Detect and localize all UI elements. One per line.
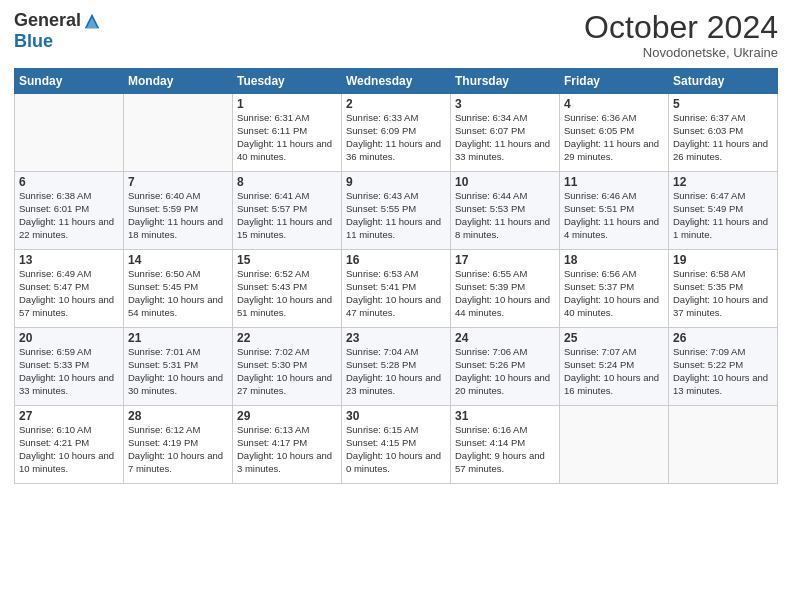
day-number: 11 [564, 175, 664, 189]
day-info: Sunrise: 6:59 AM Sunset: 5:33 PM Dayligh… [19, 346, 119, 397]
calendar-cell: 2Sunrise: 6:33 AM Sunset: 6:09 PM Daylig… [342, 94, 451, 172]
day-info: Sunrise: 7:09 AM Sunset: 5:22 PM Dayligh… [673, 346, 773, 397]
day-number: 22 [237, 331, 337, 345]
day-info: Sunrise: 6:56 AM Sunset: 5:37 PM Dayligh… [564, 268, 664, 319]
day-number: 19 [673, 253, 773, 267]
calendar-cell: 9Sunrise: 6:43 AM Sunset: 5:55 PM Daylig… [342, 172, 451, 250]
day-info: Sunrise: 7:07 AM Sunset: 5:24 PM Dayligh… [564, 346, 664, 397]
day-number: 21 [128, 331, 228, 345]
calendar-cell: 28Sunrise: 6:12 AM Sunset: 4:19 PM Dayli… [124, 406, 233, 484]
calendar-cell [15, 94, 124, 172]
day-info: Sunrise: 6:13 AM Sunset: 4:17 PM Dayligh… [237, 424, 337, 475]
calendar-cell: 11Sunrise: 6:46 AM Sunset: 5:51 PM Dayli… [560, 172, 669, 250]
calendar-cell [560, 406, 669, 484]
weekday-header-wednesday: Wednesday [342, 69, 451, 94]
day-info: Sunrise: 6:16 AM Sunset: 4:14 PM Dayligh… [455, 424, 555, 475]
day-info: Sunrise: 6:43 AM Sunset: 5:55 PM Dayligh… [346, 190, 446, 241]
calendar-cell: 17Sunrise: 6:55 AM Sunset: 5:39 PM Dayli… [451, 250, 560, 328]
calendar-cell: 30Sunrise: 6:15 AM Sunset: 4:15 PM Dayli… [342, 406, 451, 484]
weekday-header-sunday: Sunday [15, 69, 124, 94]
day-info: Sunrise: 7:01 AM Sunset: 5:31 PM Dayligh… [128, 346, 228, 397]
calendar-cell: 1Sunrise: 6:31 AM Sunset: 6:11 PM Daylig… [233, 94, 342, 172]
day-info: Sunrise: 7:02 AM Sunset: 5:30 PM Dayligh… [237, 346, 337, 397]
month-title: October 2024 [584, 10, 778, 45]
day-number: 26 [673, 331, 773, 345]
calendar-cell: 15Sunrise: 6:52 AM Sunset: 5:43 PM Dayli… [233, 250, 342, 328]
day-number: 1 [237, 97, 337, 111]
day-number: 12 [673, 175, 773, 189]
calendar-cell [669, 406, 778, 484]
weekday-header-friday: Friday [560, 69, 669, 94]
day-info: Sunrise: 6:47 AM Sunset: 5:49 PM Dayligh… [673, 190, 773, 241]
calendar-cell: 5Sunrise: 6:37 AM Sunset: 6:03 PM Daylig… [669, 94, 778, 172]
day-number: 4 [564, 97, 664, 111]
day-info: Sunrise: 6:10 AM Sunset: 4:21 PM Dayligh… [19, 424, 119, 475]
day-number: 9 [346, 175, 446, 189]
day-number: 25 [564, 331, 664, 345]
day-number: 8 [237, 175, 337, 189]
day-info: Sunrise: 6:44 AM Sunset: 5:53 PM Dayligh… [455, 190, 555, 241]
day-info: Sunrise: 6:31 AM Sunset: 6:11 PM Dayligh… [237, 112, 337, 163]
day-number: 18 [564, 253, 664, 267]
day-info: Sunrise: 6:40 AM Sunset: 5:59 PM Dayligh… [128, 190, 228, 241]
day-info: Sunrise: 6:49 AM Sunset: 5:47 PM Dayligh… [19, 268, 119, 319]
calendar-cell: 7Sunrise: 6:40 AM Sunset: 5:59 PM Daylig… [124, 172, 233, 250]
day-number: 16 [346, 253, 446, 267]
day-info: Sunrise: 6:46 AM Sunset: 5:51 PM Dayligh… [564, 190, 664, 241]
title-block: October 2024 Novodonetske, Ukraine [584, 10, 778, 60]
day-number: 20 [19, 331, 119, 345]
calendar-cell: 23Sunrise: 7:04 AM Sunset: 5:28 PM Dayli… [342, 328, 451, 406]
day-info: Sunrise: 6:50 AM Sunset: 5:45 PM Dayligh… [128, 268, 228, 319]
calendar-cell: 20Sunrise: 6:59 AM Sunset: 5:33 PM Dayli… [15, 328, 124, 406]
day-info: Sunrise: 7:04 AM Sunset: 5:28 PM Dayligh… [346, 346, 446, 397]
day-number: 5 [673, 97, 773, 111]
day-info: Sunrise: 6:58 AM Sunset: 5:35 PM Dayligh… [673, 268, 773, 319]
day-number: 3 [455, 97, 555, 111]
calendar-cell: 12Sunrise: 6:47 AM Sunset: 5:49 PM Dayli… [669, 172, 778, 250]
day-number: 15 [237, 253, 337, 267]
day-number: 10 [455, 175, 555, 189]
calendar-cell: 19Sunrise: 6:58 AM Sunset: 5:35 PM Dayli… [669, 250, 778, 328]
location: Novodonetske, Ukraine [584, 45, 778, 60]
calendar: SundayMondayTuesdayWednesdayThursdayFrid… [14, 68, 778, 484]
calendar-cell: 22Sunrise: 7:02 AM Sunset: 5:30 PM Dayli… [233, 328, 342, 406]
day-info: Sunrise: 6:33 AM Sunset: 6:09 PM Dayligh… [346, 112, 446, 163]
calendar-cell: 27Sunrise: 6:10 AM Sunset: 4:21 PM Dayli… [15, 406, 124, 484]
calendar-cell [124, 94, 233, 172]
day-number: 2 [346, 97, 446, 111]
day-number: 17 [455, 253, 555, 267]
logo: General Blue [14, 10, 101, 52]
day-info: Sunrise: 6:15 AM Sunset: 4:15 PM Dayligh… [346, 424, 446, 475]
calendar-cell: 16Sunrise: 6:53 AM Sunset: 5:41 PM Dayli… [342, 250, 451, 328]
day-info: Sunrise: 6:34 AM Sunset: 6:07 PM Dayligh… [455, 112, 555, 163]
day-number: 13 [19, 253, 119, 267]
logo-icon [83, 12, 101, 30]
weekday-header-thursday: Thursday [451, 69, 560, 94]
day-info: Sunrise: 6:36 AM Sunset: 6:05 PM Dayligh… [564, 112, 664, 163]
day-info: Sunrise: 6:55 AM Sunset: 5:39 PM Dayligh… [455, 268, 555, 319]
day-number: 24 [455, 331, 555, 345]
calendar-cell: 26Sunrise: 7:09 AM Sunset: 5:22 PM Dayli… [669, 328, 778, 406]
day-info: Sunrise: 6:41 AM Sunset: 5:57 PM Dayligh… [237, 190, 337, 241]
day-number: 6 [19, 175, 119, 189]
day-info: Sunrise: 6:12 AM Sunset: 4:19 PM Dayligh… [128, 424, 228, 475]
day-number: 30 [346, 409, 446, 423]
calendar-cell: 31Sunrise: 6:16 AM Sunset: 4:14 PM Dayli… [451, 406, 560, 484]
logo-general-text: General [14, 10, 81, 31]
calendar-cell: 14Sunrise: 6:50 AM Sunset: 5:45 PM Dayli… [124, 250, 233, 328]
weekday-header-monday: Monday [124, 69, 233, 94]
calendar-cell: 13Sunrise: 6:49 AM Sunset: 5:47 PM Dayli… [15, 250, 124, 328]
day-info: Sunrise: 6:53 AM Sunset: 5:41 PM Dayligh… [346, 268, 446, 319]
day-number: 31 [455, 409, 555, 423]
day-number: 14 [128, 253, 228, 267]
day-number: 28 [128, 409, 228, 423]
calendar-cell: 10Sunrise: 6:44 AM Sunset: 5:53 PM Dayli… [451, 172, 560, 250]
calendar-cell: 4Sunrise: 6:36 AM Sunset: 6:05 PM Daylig… [560, 94, 669, 172]
calendar-cell: 25Sunrise: 7:07 AM Sunset: 5:24 PM Dayli… [560, 328, 669, 406]
day-number: 7 [128, 175, 228, 189]
weekday-header-tuesday: Tuesday [233, 69, 342, 94]
day-number: 29 [237, 409, 337, 423]
day-info: Sunrise: 6:52 AM Sunset: 5:43 PM Dayligh… [237, 268, 337, 319]
day-number: 27 [19, 409, 119, 423]
calendar-cell: 3Sunrise: 6:34 AM Sunset: 6:07 PM Daylig… [451, 94, 560, 172]
